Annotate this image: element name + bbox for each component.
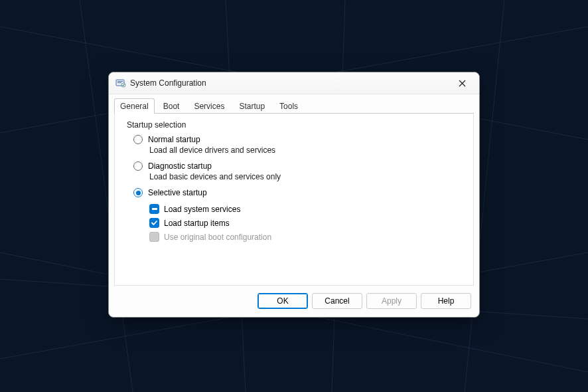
apply-button: Apply	[366, 293, 417, 309]
checkbox-icon	[149, 204, 159, 214]
checkbox-label: Load system services	[164, 205, 240, 214]
radio-label: Normal startup	[148, 135, 200, 144]
tab-services[interactable]: Services	[188, 98, 230, 114]
radio-selective-startup[interactable]: Selective startup	[133, 188, 461, 197]
checkbox-use-original-boot-config: Use original boot configuration	[149, 232, 461, 242]
tab-content-general: Startup selection Normal startup Load al…	[114, 114, 474, 286]
radio-icon	[133, 161, 143, 171]
radio-normal-startup[interactable]: Normal startup	[133, 135, 461, 144]
group-title: Startup selection	[127, 120, 461, 130]
tab-general[interactable]: General	[114, 98, 155, 114]
titlebar: System Configuration	[109, 72, 479, 94]
app-icon	[115, 78, 126, 88]
checkbox-icon	[149, 218, 159, 228]
svg-rect-10	[117, 81, 123, 82]
checkbox-load-system-services[interactable]: Load system services	[149, 204, 461, 214]
checkbox-label: Use original boot configuration	[164, 233, 271, 242]
tab-boot[interactable]: Boot	[157, 98, 186, 114]
radio-diagnostic-desc: Load basic devices and services only	[149, 172, 461, 181]
close-button[interactable]	[449, 74, 475, 92]
radio-diagnostic-startup[interactable]: Diagnostic startup	[133, 161, 461, 171]
window-title: System Configuration	[130, 78, 449, 88]
system-configuration-window: System Configuration General Boot Servic…	[108, 72, 480, 318]
checkbox-label: Load startup items	[164, 219, 230, 228]
radio-icon	[133, 135, 143, 144]
tab-strip: General Boot Services Startup Tools	[109, 94, 479, 114]
radio-label: Selective startup	[148, 188, 207, 197]
ok-button[interactable]: OK	[257, 293, 308, 309]
tab-tools[interactable]: Tools	[273, 98, 304, 114]
dialog-button-row: OK Cancel Apply Help	[109, 286, 479, 317]
tab-startup[interactable]: Startup	[233, 98, 271, 114]
close-icon	[459, 80, 466, 87]
checkbox-load-startup-items[interactable]: Load startup items	[149, 218, 461, 228]
radio-label: Diagnostic startup	[148, 161, 212, 171]
radio-icon	[133, 188, 143, 197]
checkbox-icon	[149, 232, 159, 242]
svg-rect-11	[117, 82, 121, 83]
radio-normal-desc: Load all device drivers and services	[149, 146, 461, 155]
help-button[interactable]: Help	[421, 293, 471, 309]
cancel-button[interactable]: Cancel	[312, 293, 362, 309]
